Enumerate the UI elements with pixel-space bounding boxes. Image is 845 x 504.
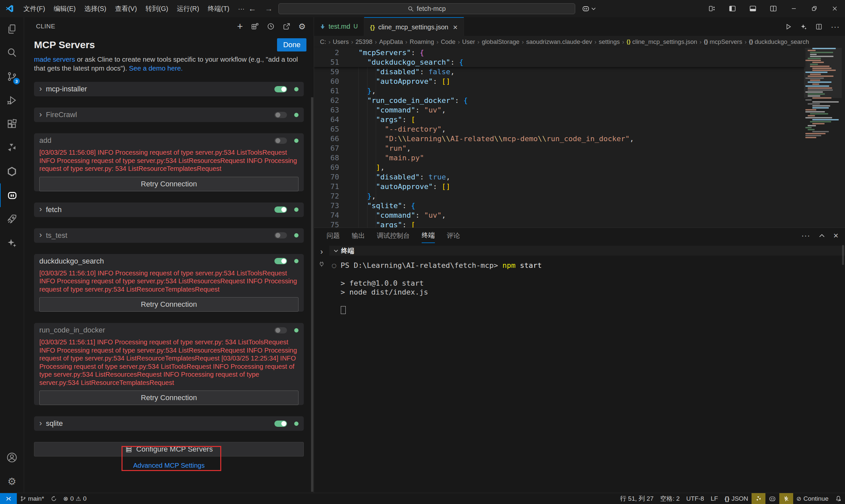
toggle-secondary-sidebar-icon[interactable] [763,0,783,17]
new-task-icon[interactable]: + [237,21,243,31]
breadcrumb-item[interactable]: {}cline_mcp_settings.json [626,38,697,46]
server-enabled-toggle[interactable] [274,327,287,334]
tab-test-md[interactable]: test.md U [314,17,364,36]
code-line[interactable]: 63 "command": "uv", [314,105,805,115]
tab-cline-mcp-settings-json[interactable]: {} cline_mcp_settings.json × [364,17,464,37]
breadcrumb-item[interactable]: Roaming [410,38,434,46]
code-line[interactable]: 67 "run", [314,143,805,153]
server-row[interactable]: ›sqlite [34,416,304,431]
code-line[interactable]: 59 "disabled": false, [314,67,805,76]
no-flash-status-item[interactable] [779,493,793,504]
code-line[interactable]: 65 "--directory", [314,124,805,134]
run-debug-icon[interactable] [0,88,24,112]
breadcrumb-item[interactable]: AppData [379,38,403,46]
code-line[interactable]: 66 "D:\\Learning\\AI-related\\mcp-demo\\… [314,134,805,143]
account-icon[interactable] [0,446,24,469]
retry-connection-button[interactable]: Retry Connection [39,391,298,405]
breadcrumb-item[interactable]: Users [333,38,349,46]
roo-extension-icon[interactable] [0,136,24,160]
forward-arrow-icon[interactable]: → [265,4,273,13]
encoding-item[interactable]: UTF-8 [683,493,707,504]
breadcrumb-item[interactable]: {}mcpServers [704,38,742,46]
menu-item-3[interactable]: 查看(V) [110,4,141,13]
split-editor-icon[interactable] [816,23,822,30]
cursor-position-item[interactable]: 行 51, 列 27 [617,493,657,504]
menu-item-0[interactable]: 文件(F) [19,4,50,13]
configure-mcp-servers-button[interactable]: Configure MCP Servers [34,442,304,456]
eol-item[interactable]: LF [707,493,721,504]
server-enabled-toggle[interactable] [274,206,287,213]
panel-tab-2[interactable]: 调试控制台 [377,228,410,243]
close-panel-icon[interactable]: × [833,231,839,240]
made-servers-link[interactable]: made servers [34,55,75,63]
panel-scrollbar[interactable] [842,245,844,265]
server-row[interactable]: ›ts_test [34,228,304,243]
breadcrumb-item[interactable]: {}duckduckgo_search [749,38,809,46]
close-window-icon[interactable] [825,0,845,17]
toggle-panel-icon[interactable] [743,0,763,17]
server-enabled-toggle[interactable] [274,112,287,118]
cline-settings-icon[interactable]: ⚙ [298,22,306,31]
cline-extension-icon[interactable] [0,183,24,207]
code-line[interactable]: 60 "autoApprove": [] [314,76,805,86]
indentation-item[interactable]: 空格: 2 [657,493,683,504]
breadcrumb-item[interactable]: settings [599,38,620,46]
menu-item-1[interactable]: 编辑(E) [50,4,80,13]
server-enabled-toggle[interactable] [274,138,287,144]
search-sidebar-icon[interactable] [0,41,24,65]
server-enabled-toggle[interactable] [274,86,287,92]
code-line[interactable]: 64 "args": [ [314,115,805,124]
server-row[interactable]: ›fetch [34,202,304,217]
settings-gear-icon[interactable]: ⚙ [0,469,24,493]
code-line[interactable]: 74 "command": "uv", [314,211,805,220]
panel-tab-4[interactable]: 评论 [447,228,460,243]
git-branch-item[interactable]: main* [17,493,48,504]
back-arrow-icon[interactable]: ← [248,4,256,13]
minimize-icon[interactable] [783,0,804,17]
explorer-icon[interactable] [0,17,24,41]
minimap[interactable] [805,48,840,228]
code-line[interactable]: 73 "sqlite": { [314,201,805,211]
server-row[interactable]: run_code_in_docker [34,323,304,338]
more-actions-icon[interactable]: ··· [831,22,840,31]
terminal-expand-icon[interactable]: › [320,247,323,256]
open-in-editor-icon[interactable] [283,22,291,30]
code-line[interactable]: 62 "run_code_in_docker": { [314,96,805,105]
code-line[interactable]: 2 "mcpServers": { [314,48,805,57]
continue-status-item[interactable]: ⊘ Continue [793,493,832,504]
breadcrumb-item[interactable]: globalStorage [482,38,519,46]
layout-controls-icon[interactable] [702,0,722,17]
breadcrumb-item[interactable]: Code [441,38,455,46]
extensions-icon[interactable] [0,112,24,136]
retry-connection-button[interactable]: Retry Connection [39,177,298,191]
server-row[interactable]: add [34,133,304,148]
server-enabled-toggle[interactable] [274,232,287,238]
terminal-group-header[interactable]: 终端 [329,246,845,256]
breadcrumb-item[interactable]: 25398 [355,38,372,46]
hexagon-extension-icon[interactable] [0,160,24,183]
code-line[interactable]: 71 "autoApprove": [] [314,182,805,191]
menu-item-6[interactable]: 终端(T) [203,4,234,13]
menu-item-4[interactable]: 转到(G) [141,4,173,13]
remote-indicator[interactable] [0,493,17,504]
panel-more-actions-icon[interactable]: ··· [801,231,810,240]
server-row[interactable]: ›mcp-installer [34,82,304,96]
code-line[interactable]: 75 "args": [ [314,220,805,228]
maximize-panel-icon[interactable] [819,234,825,237]
run-file-icon[interactable] [785,23,792,30]
breadcrumb-item[interactable]: User [462,38,475,46]
code-line[interactable]: 69 ], [314,163,805,172]
notifications-bell-item[interactable] [832,493,845,504]
close-tab-icon[interactable]: × [453,23,458,31]
roo-status-item[interactable] [752,493,765,504]
breadcrumb-item[interactable]: saoudrizwan.claude-dev [526,38,592,46]
menu-item-7[interactable]: ··· [234,5,249,13]
demo-link[interactable]: See a demo here. [129,64,183,72]
menu-item-5[interactable]: 运行(R) [172,4,203,13]
server-row[interactable]: duckduckgo_search [34,254,304,269]
mcp-servers-icon[interactable] [251,22,259,30]
code-editor[interactable]: 59 "disabled": false,60 "autoApprove": [… [314,48,805,228]
code-line[interactable]: 61 }, [314,86,805,96]
source-control-icon[interactable]: 3 [0,65,24,88]
rocket-extension-icon[interactable] [0,207,24,231]
